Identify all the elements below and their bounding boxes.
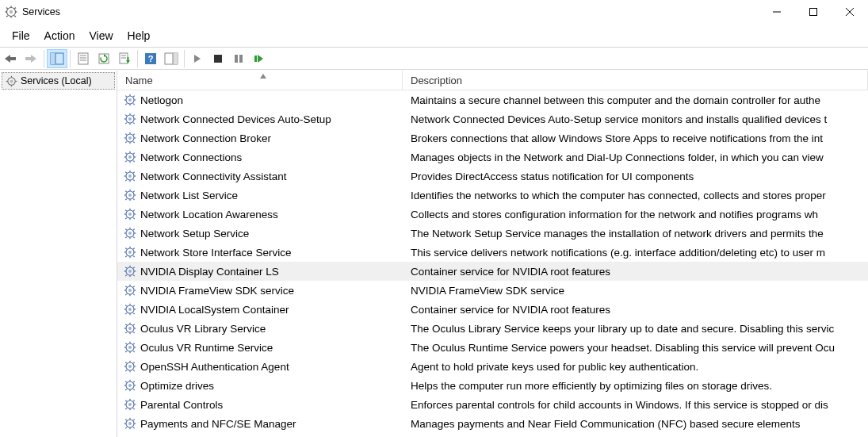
menu-view[interactable]: View <box>82 27 120 44</box>
svg-rect-165 <box>125 305 127 306</box>
service-row[interactable]: Network Setup ServiceThe Network Setup S… <box>117 224 868 243</box>
service-row[interactable]: Parental ControlsEnforces parental contr… <box>117 395 868 414</box>
service-row[interactable]: Oculus VR Runtime ServiceThe Oculus Runt… <box>117 338 868 357</box>
svg-rect-127 <box>133 228 135 230</box>
svg-rect-125 <box>125 228 127 230</box>
services-app-icon <box>5 6 17 18</box>
show-hide-tree-button[interactable] <box>47 49 67 68</box>
svg-rect-56 <box>133 103 135 105</box>
svg-rect-131 <box>129 247 130 248</box>
gear-icon <box>124 113 136 125</box>
svg-text:?: ? <box>148 54 154 63</box>
menu-action[interactable]: Action <box>37 27 82 44</box>
service-row[interactable]: Network Store Interface ServiceThis serv… <box>117 243 868 262</box>
service-row[interactable]: NVIDIA FrameView SDK serviceNVIDIA Frame… <box>117 281 868 300</box>
svg-rect-138 <box>125 255 127 257</box>
svg-rect-65 <box>125 114 127 116</box>
svg-rect-195 <box>125 362 127 363</box>
show-hide-action-pane-button[interactable] <box>161 49 182 68</box>
service-list[interactable]: NetlogonMaintains a secure channel betwe… <box>117 90 868 437</box>
service-name: Network Connections <box>140 151 242 163</box>
help-button[interactable]: ? <box>140 49 161 68</box>
svg-rect-137 <box>133 247 135 249</box>
service-description: The Oculus Library Service keeps your li… <box>403 323 868 335</box>
service-row[interactable]: Network Connectivity AssistantProvides D… <box>117 167 868 186</box>
maximize-button[interactable] <box>795 0 832 24</box>
column-header-name[interactable]: Name <box>117 71 403 90</box>
svg-rect-204 <box>134 385 136 385</box>
svg-rect-1 <box>10 6 11 8</box>
refresh-button[interactable] <box>94 49 114 68</box>
svg-point-229 <box>128 422 132 425</box>
svg-rect-71 <box>129 132 130 134</box>
svg-rect-186 <box>133 351 135 352</box>
svg-rect-123 <box>124 232 126 233</box>
svg-rect-81 <box>129 151 130 153</box>
svg-rect-124 <box>134 232 136 233</box>
svg-rect-206 <box>133 389 135 390</box>
minimize-button[interactable] <box>759 0 795 24</box>
svg-rect-162 <box>129 313 130 315</box>
service-name: NVIDIA FrameView SDK service <box>140 285 294 297</box>
svg-rect-192 <box>129 370 130 372</box>
column-headers: Name Description <box>117 71 868 90</box>
console-tree-pane[interactable]: Services (Local) <box>0 71 117 437</box>
svg-point-189 <box>128 346 132 349</box>
service-name: Network Connected Devices Auto-Setup <box>140 113 331 125</box>
service-description: Collects and stores configuration inform… <box>403 209 868 220</box>
gear-icon <box>124 246 136 259</box>
service-name: OpenSSH Authentication Agent <box>140 361 289 373</box>
service-row[interactable]: Network Connected Devices Auto-SetupNetw… <box>117 109 868 128</box>
gear-icon <box>124 132 136 144</box>
svg-rect-53 <box>124 99 126 100</box>
service-row[interactable]: Network List ServiceIdentifies the netwo… <box>117 186 868 205</box>
service-description: Manages payments and Near Field Communic… <box>403 418 868 430</box>
service-row[interactable]: Optimize drivesHelps the computer run mo… <box>117 376 868 395</box>
svg-rect-133 <box>124 251 126 252</box>
svg-rect-155 <box>125 286 127 287</box>
gear-icon <box>124 360 136 373</box>
service-row[interactable]: Network ConnectionsManages objects in th… <box>117 148 868 167</box>
restart-service-button[interactable] <box>249 49 270 68</box>
pause-service-button[interactable] <box>228 49 249 68</box>
service-description: Brokers connections that allow Windows S… <box>403 132 868 144</box>
service-row[interactable]: NVIDIA Display Container LSContainer ser… <box>117 262 868 281</box>
svg-rect-158 <box>125 293 127 295</box>
svg-rect-168 <box>125 312 127 314</box>
service-description: Identifies the networks to which the com… <box>403 190 868 201</box>
svg-rect-141 <box>129 266 130 267</box>
service-row[interactable]: NetlogonMaintains a secure channel betwe… <box>117 90 868 109</box>
svg-rect-178 <box>125 332 127 333</box>
service-name: Netlogon <box>140 94 183 106</box>
service-name: Network Setup Service <box>140 228 249 240</box>
svg-rect-93 <box>124 175 126 176</box>
svg-rect-66 <box>133 122 135 124</box>
svg-point-9 <box>10 10 13 13</box>
stop-service-button[interactable] <box>208 49 228 68</box>
svg-rect-107 <box>133 190 135 192</box>
export-list-button[interactable] <box>114 49 135 68</box>
forward-button[interactable] <box>21 49 41 68</box>
service-row[interactable]: Payments and NFC/SE ManagerManages payme… <box>117 414 868 433</box>
svg-rect-58 <box>125 103 127 105</box>
tree-item-services-local[interactable]: Services (Local) <box>2 72 115 90</box>
service-row[interactable]: Network Location AwarenessCollects and s… <box>117 205 868 224</box>
service-row[interactable]: NVIDIA LocalSystem ContainerContainer se… <box>117 300 868 319</box>
service-row[interactable]: OpenSSH Authentication AgentAgent to hol… <box>117 357 868 376</box>
column-header-description[interactable]: Description <box>403 71 868 90</box>
back-button[interactable] <box>0 49 21 68</box>
svg-rect-211 <box>129 399 130 401</box>
svg-rect-98 <box>125 179 127 181</box>
service-row[interactable]: Oculus VR Library ServiceThe Oculus Libr… <box>117 319 868 338</box>
svg-rect-182 <box>129 351 130 353</box>
start-service-button[interactable] <box>187 49 208 68</box>
service-description: This service delivers network notificati… <box>403 247 868 259</box>
svg-rect-92 <box>129 180 130 182</box>
menu-file[interactable]: File <box>5 27 37 44</box>
svg-rect-19 <box>51 53 55 64</box>
service-row[interactable]: Network Connection BrokerBrokers connect… <box>117 128 868 148</box>
menu-help[interactable]: Help <box>120 27 158 44</box>
close-button[interactable] <box>832 0 868 24</box>
svg-point-199 <box>128 365 132 368</box>
properties-button[interactable] <box>73 49 94 68</box>
